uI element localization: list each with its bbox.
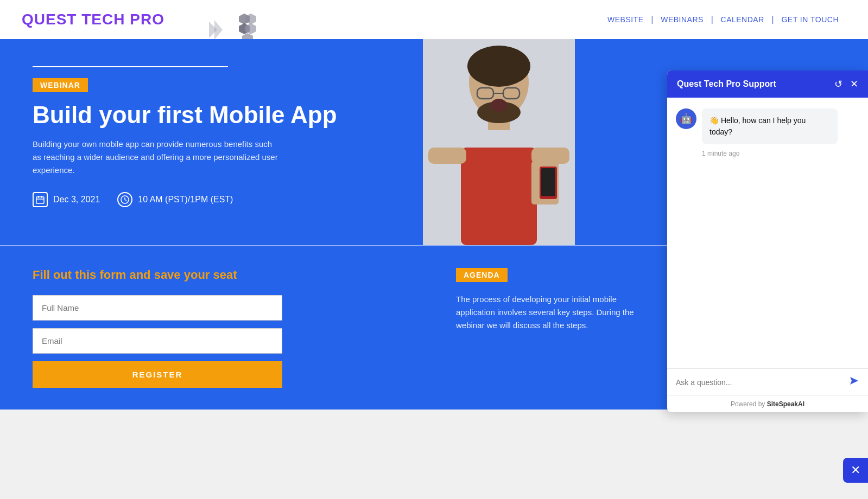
chat-header: Quest Tech Pro Support ↺ ✕ xyxy=(667,71,868,98)
svg-rect-26 xyxy=(428,148,466,164)
nav: WEBSITE | WEBINARS | CALENDAR | GET IN T… xyxy=(600,15,846,24)
svg-rect-30 xyxy=(541,168,555,196)
hero-description: Building your own mobile app can provide… xyxy=(33,138,282,177)
chat-input[interactable] xyxy=(676,378,843,387)
svg-rect-19 xyxy=(461,148,537,245)
calendar-icon xyxy=(33,192,48,207)
nav-website[interactable]: WEBSITE xyxy=(600,15,651,24)
chat-powered-by: Powered by SiteSpeakAI xyxy=(667,395,868,412)
hero-divider-top xyxy=(33,66,228,67)
chat-message-text: 👋 Hello, how can I help you today? xyxy=(709,116,806,136)
hero-date: Dec 3, 2021 xyxy=(33,192,100,207)
fullname-input[interactable] xyxy=(33,295,282,321)
chat-message-row: 🤖 👋 Hello, how can I help you today? xyxy=(676,108,859,144)
chat-header-title: Quest Tech Pro Support xyxy=(677,79,776,89)
chat-refresh-button[interactable]: ↺ xyxy=(834,79,842,89)
hero-date-label: Dec 3, 2021 xyxy=(53,195,100,204)
hero-meta: Dec 3, 2021 10 AM (PST)/1PM (EST) xyxy=(33,192,402,207)
chat-footer xyxy=(667,368,868,395)
chat-body: 🤖 👋 Hello, how can I help you today? 1 m… xyxy=(667,98,868,368)
hero-person-image xyxy=(423,39,575,245)
chat-bubble: 👋 Hello, how can I help you today? xyxy=(702,108,838,144)
bot-icon: 🤖 xyxy=(680,113,692,125)
hero-title: Build your first Mobile App xyxy=(33,102,402,128)
agenda-badge: AGENDA xyxy=(456,268,508,282)
nav-calendar[interactable]: CALENDAR xyxy=(713,15,772,24)
powered-by-brand: SiteSpeakAI xyxy=(767,400,804,408)
agenda-text: The process of developing your initial m… xyxy=(456,293,641,332)
clock-icon xyxy=(117,192,132,207)
hero-time-label: 10 AM (PST)/1PM (EST) xyxy=(138,195,233,204)
chat-bot-avatar: 🤖 xyxy=(676,108,696,129)
chat-message-time: 1 minute ago xyxy=(702,150,859,157)
header: QUEST TECH PRO WEBSITE | WEBINARS | CALE… xyxy=(0,0,868,39)
chat-header-icons: ↺ ✕ xyxy=(834,79,858,89)
nav-webinars[interactable]: WEBINARS xyxy=(653,15,711,24)
svg-point-18 xyxy=(467,46,530,87)
nav-get-in-touch[interactable]: GET IN TOUCH xyxy=(774,15,846,24)
svg-marker-1 xyxy=(214,20,223,40)
chat-send-button[interactable] xyxy=(848,375,859,389)
register-button[interactable]: REGISTER xyxy=(33,361,282,388)
form-area: Fill out this form and save your seat RE… xyxy=(0,245,434,410)
webinar-badge: WEBINAR xyxy=(33,78,88,92)
powered-by-label: Powered by xyxy=(731,400,765,408)
form-title: Fill out this form and save your seat xyxy=(33,268,402,282)
logo-title: QUEST TECH PRO xyxy=(22,11,164,28)
svg-point-25 xyxy=(491,99,507,112)
hero-time: 10 AM (PST)/1PM (EST) xyxy=(117,192,233,207)
svg-line-15 xyxy=(125,200,126,201)
float-close-button[interactable]: ✕ xyxy=(843,458,868,483)
hero-left: WEBINAR Build your first Mobile App Buil… xyxy=(0,39,434,245)
chat-close-button[interactable]: ✕ xyxy=(850,79,858,89)
chat-widget: Quest Tech Pro Support ↺ ✕ 🤖 👋 Hello, ho… xyxy=(667,71,868,412)
svg-rect-9 xyxy=(36,197,44,203)
email-input[interactable] xyxy=(33,328,282,354)
